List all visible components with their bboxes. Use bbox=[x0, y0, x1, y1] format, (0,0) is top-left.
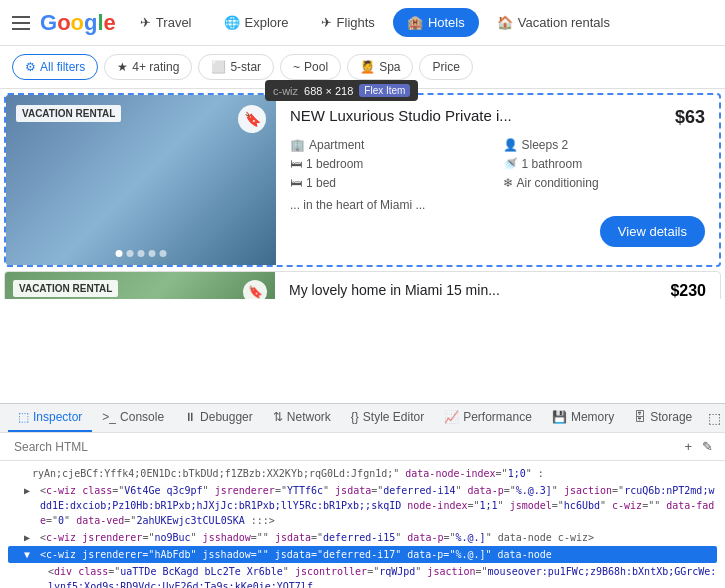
main-content: VACATION RENTAL 🔖 NEW Luxurious Studio P… bbox=[0, 89, 725, 299]
card1-feature-ac: ❄ Air conditioning bbox=[503, 176, 706, 190]
card2-price: $230 bbox=[670, 282, 706, 299]
card1-label: VACATION RENTAL bbox=[16, 105, 121, 122]
search-html-input[interactable] bbox=[8, 438, 680, 456]
expand-search-button[interactable]: + bbox=[680, 437, 696, 456]
tab-storage[interactable]: 🗄 Storage bbox=[624, 404, 702, 432]
console-label: Console bbox=[120, 410, 164, 424]
spa-icon: 💆 bbox=[360, 60, 375, 74]
style-label: Style Editor bbox=[363, 410, 424, 424]
all-filters-button[interactable]: ⚙ All filters bbox=[12, 54, 98, 80]
card2-bookmark[interactable]: 🔖 bbox=[243, 280, 267, 299]
expand-1[interactable]: ▶ bbox=[24, 483, 36, 498]
expand-2[interactable]: ▶ bbox=[24, 530, 36, 545]
nav-tab-travel-label: Travel bbox=[156, 15, 192, 30]
rating-label: 4+ rating bbox=[132, 60, 179, 74]
card1-feature-sleeps: 👤 Sleeps 2 bbox=[503, 138, 706, 152]
nav-tab-hotels[interactable]: 🏨 Hotels bbox=[393, 8, 479, 37]
5star-icon: ⬜ bbox=[211, 60, 226, 74]
google-logo: Google bbox=[40, 10, 116, 36]
tab-inspector[interactable]: ⬚ Inspector bbox=[8, 404, 92, 432]
card1-bookmark[interactable]: 🔖 bbox=[238, 105, 266, 133]
card1-location: ... in the heart of Miami ... bbox=[290, 198, 705, 212]
card1-price: $63 bbox=[675, 107, 705, 128]
price-filter[interactable]: Price bbox=[419, 54, 472, 80]
code-line-2: ▶ <c-wiz jsrenderer="no9Buc" jsshadow=""… bbox=[8, 529, 717, 546]
code-text-3: <c-wiz jsrenderer="hAbFdb" jsshadow="" j… bbox=[40, 547, 717, 562]
ac-icon: ❄ bbox=[503, 176, 513, 190]
card1-feature-apartment: 🏢 Apartment bbox=[290, 138, 493, 152]
card1-feature-bed: 🛏 1 bed bbox=[290, 176, 493, 190]
card1-image: VACATION RENTAL 🔖 bbox=[6, 95, 276, 265]
code-text-2: <c-wiz jsrenderer="no9Buc" jsshadow="" j… bbox=[40, 530, 717, 545]
devtools-panel: ⬚ Inspector >_ Console ⏸ Debugger ⇅ Netw… bbox=[0, 403, 725, 588]
listing-card-1: VACATION RENTAL 🔖 NEW Luxurious Studio P… bbox=[4, 93, 721, 267]
search-actions: + ✎ bbox=[680, 437, 717, 456]
tab-debugger[interactable]: ⏸ Debugger bbox=[174, 404, 263, 432]
nav-tab-vacation[interactable]: 🏠 Vacation rentals bbox=[483, 8, 624, 37]
nav-tab-explore-label: Explore bbox=[245, 15, 289, 30]
hamburger-menu[interactable] bbox=[12, 16, 30, 30]
expand-3: ▼ bbox=[24, 547, 36, 562]
nav-tabs: ✈ Travel 🌐 Explore ✈ Flights 🏨 Hotels 🏠 … bbox=[126, 8, 713, 37]
code-line-3[interactable]: ▼ <c-wiz jsrenderer="hAbFdb" jsshadow=""… bbox=[8, 546, 717, 563]
pool-icon: ~ bbox=[293, 60, 300, 74]
apartment-icon: 🏢 bbox=[290, 138, 305, 152]
tab-performance[interactable]: 📈 Performance bbox=[434, 404, 542, 432]
cwiz-label: c-wiz bbox=[273, 85, 298, 97]
code-text-4: <div class="uaTTDe BcKagd bLc2Te Xr6ble"… bbox=[48, 564, 717, 588]
bathroom-icon: 🚿 bbox=[503, 157, 518, 171]
storage-icon: 🗄 bbox=[634, 410, 646, 424]
view-details-button[interactable]: View details bbox=[600, 216, 705, 247]
card1-dots bbox=[116, 250, 167, 257]
vacation-icon: 🏠 bbox=[497, 15, 513, 30]
nav-tab-explore[interactable]: 🌐 Explore bbox=[210, 8, 303, 37]
style-icon: {} bbox=[351, 410, 359, 424]
devtools-action-cursor[interactable]: ⬚ bbox=[702, 406, 725, 430]
card2-label: VACATION RENTAL bbox=[13, 280, 118, 297]
pool-filter[interactable]: ~ Pool bbox=[280, 54, 341, 80]
card1-feature-bedroom: 🛏 1 bedroom bbox=[290, 157, 493, 171]
code-line-0: ryAn;cjeBCf:Yffk4;0EN1Dc:bTkDUd;f1ZBzb:X… bbox=[8, 465, 717, 482]
code-text-0: ryAn;cjeBCf:Yffk4;0EN1Dc:bTkDUd;f1ZBzb:X… bbox=[32, 466, 717, 481]
header: Google ✈ Travel 🌐 Explore ✈ Flights 🏨 Ho… bbox=[0, 0, 725, 46]
spa-filter[interactable]: 💆 Spa bbox=[347, 54, 413, 80]
devtools-actions: ⬚ bbox=[702, 406, 725, 430]
search-options-button[interactable]: ✎ bbox=[698, 437, 717, 456]
code-line-1: ▶ <c-wiz class="V6t4Ge q3c9pf" jsrendere… bbox=[8, 482, 717, 529]
tab-console[interactable]: >_ Console bbox=[92, 404, 174, 432]
pool-label: Pool bbox=[304, 60, 328, 74]
code-area: ryAn;cjeBCf:Yffk4;0EN1Dc:bTkDUd;f1ZBzb:X… bbox=[0, 461, 725, 588]
filter-icon: ⚙ bbox=[25, 60, 36, 74]
performance-label: Performance bbox=[463, 410, 532, 424]
cwiz-tooltip: c-wiz 688 × 218 Flex Item bbox=[265, 80, 418, 101]
card1-features: 🏢 Apartment 👤 Sleeps 2 🛏 1 bedroom 🚿 1 b… bbox=[290, 138, 705, 190]
tab-memory[interactable]: 💾 Memory bbox=[542, 404, 624, 432]
rating-filter[interactable]: ★ 4+ rating bbox=[104, 54, 192, 80]
tab-network[interactable]: ⇅ Network bbox=[263, 404, 341, 432]
nav-tab-vacation-label: Vacation rentals bbox=[518, 15, 610, 30]
travel-icon: ✈ bbox=[140, 15, 151, 30]
console-icon: >_ bbox=[102, 410, 116, 424]
nav-tab-travel[interactable]: ✈ Travel bbox=[126, 8, 206, 37]
spa-label: Spa bbox=[379, 60, 400, 74]
code-text-1: <c-wiz class="V6t4Ge q3c9pf" jsrenderer=… bbox=[40, 483, 717, 528]
nav-tab-flights[interactable]: ✈ Flights bbox=[307, 8, 389, 37]
debugger-label: Debugger bbox=[200, 410, 253, 424]
cwiz-tag: Flex Item bbox=[359, 84, 410, 97]
5star-filter[interactable]: ⬜ 5-star bbox=[198, 54, 274, 80]
tab-style[interactable]: {} Style Editor bbox=[341, 404, 434, 432]
5star-label: 5-star bbox=[230, 60, 261, 74]
network-icon: ⇅ bbox=[273, 410, 283, 424]
nav-tab-flights-label: Flights bbox=[337, 15, 375, 30]
performance-icon: 📈 bbox=[444, 410, 459, 424]
bedroom-icon: 🛏 bbox=[290, 157, 302, 171]
card1-title: NEW Luxurious Studio Private i... bbox=[290, 107, 512, 124]
price-label: Price bbox=[432, 60, 459, 74]
card1-body: NEW Luxurious Studio Private i... $63 🏢 … bbox=[276, 95, 719, 265]
explore-icon: 🌐 bbox=[224, 15, 240, 30]
bed-icon: 🛏 bbox=[290, 176, 302, 190]
sleeps-icon: 👤 bbox=[503, 138, 518, 152]
card1-header: NEW Luxurious Studio Private i... $63 bbox=[290, 107, 705, 130]
network-label: Network bbox=[287, 410, 331, 424]
card2-body: My lovely home in Miami 15 min... $230 ★… bbox=[275, 272, 720, 299]
